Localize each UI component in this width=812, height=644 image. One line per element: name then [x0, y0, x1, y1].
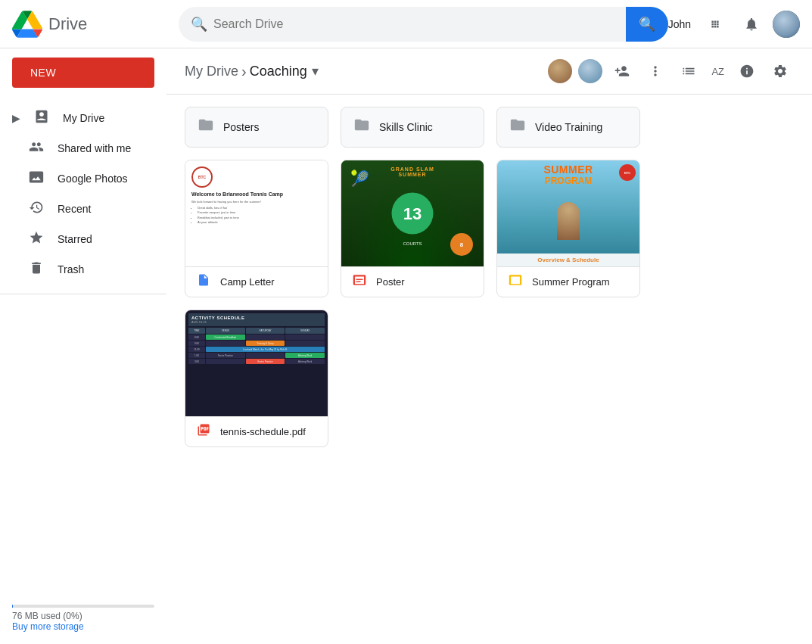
my-drive-icon — [33, 109, 51, 128]
main-content: My Drive › Coaching ▾ — [166, 48, 812, 644]
folders-row: Posters Skills Clinic — [185, 107, 794, 148]
user-name: John — [668, 18, 691, 30]
file-type-icon-doc — [194, 273, 213, 291]
buy-storage-link[interactable]: Buy more storage — [12, 621, 84, 632]
folder-name-video-training: Video Training — [535, 121, 602, 133]
sidebar-item-label-starred: Starred — [58, 233, 92, 245]
file-type-icon-summer — [506, 273, 524, 291]
collaborator-avatar-1[interactable] — [548, 59, 572, 83]
file-type-icon-pdf — [194, 423, 213, 440]
file-poster[interactable]: GRAND SLAM SUMMER 🎾 13 COURTS 8 — [341, 160, 484, 297]
nav-section-main: ▶ My Drive Shared with me — [0, 100, 166, 288]
file-info-summer-program: Summer Program — [497, 266, 639, 297]
header-right: AZ — [548, 58, 794, 85]
folder-skills-clinic[interactable]: Skills Clinic — [341, 107, 484, 148]
folder-name-posters: Posters — [223, 121, 259, 133]
sidebar-item-my-drive[interactable]: ▶ My Drive — [0, 103, 157, 133]
trash-icon — [27, 260, 45, 279]
storage-used-text: 76 MB used (0%) — [12, 611, 154, 621]
file-name-summer-program: Summer Program — [532, 276, 610, 288]
sidebar-divider — [0, 294, 166, 294]
search-bar: 🔍 🔍 — [179, 7, 668, 42]
collaborator-avatar-2[interactable] — [578, 59, 602, 83]
folders-section: Posters Skills Clinic — [185, 107, 794, 148]
sidebar-item-label-my-drive: My Drive — [63, 112, 104, 124]
folder-video-training[interactable]: Video Training — [496, 107, 640, 148]
file-preview-summer-program: SUMMER PROGRAM Overview & Schedule — [497, 160, 639, 266]
file-info-camp-letter: Camp Letter — [185, 266, 328, 297]
storage-info: 76 MB used (0%) Buy more storage — [0, 586, 166, 644]
breadcrumb: My Drive › Coaching ▾ — [185, 63, 548, 80]
search-button[interactable]: 🔍 — [626, 7, 668, 42]
search-submit-icon: 🔍 — [639, 16, 655, 33]
files-section: BTC Welcome to Briarwood Tennis Camp We … — [185, 160, 794, 447]
file-name-poster: Poster — [376, 276, 405, 288]
list-view-button[interactable] — [675, 58, 702, 85]
content-header: My Drive › Coaching ▾ — [166, 48, 812, 95]
apps-grid-button[interactable] — [700, 9, 730, 39]
breadcrumb-my-drive[interactable]: My Drive — [185, 64, 238, 79]
sidebar-item-starred[interactable]: Starred — [0, 224, 157, 254]
file-info-tennis-schedule: tennis-schedule.pdf — [185, 416, 328, 446]
notifications-button[interactable] — [736, 9, 767, 39]
add-person-button[interactable] — [608, 58, 636, 85]
sidebar-item-google-photos[interactable]: Google Photos — [0, 163, 157, 194]
collaborator-avatar-2-img — [578, 59, 602, 83]
settings-button[interactable] — [767, 58, 794, 85]
expand-icon: ▶ — [12, 112, 20, 124]
file-name-tennis-schedule: tennis-schedule.pdf — [220, 426, 306, 437]
google-drive-logo-icon — [12, 11, 42, 38]
breadcrumb-current-folder: Coaching — [250, 64, 307, 79]
breadcrumb-separator-icon: › — [241, 63, 247, 80]
folder-icon — [509, 117, 526, 138]
sidebar-item-label-photos: Google Photos — [58, 173, 128, 185]
file-preview-tennis-schedule: ACTIVITY SCHEDULE AUG 13-21 TIME VENUE S… — [185, 310, 328, 416]
file-name-camp-letter: Camp Letter — [220, 276, 275, 288]
logo-area: Drive — [12, 11, 179, 38]
sidebar-item-label-trash: Trash — [58, 263, 84, 275]
breadcrumb-dropdown-icon[interactable]: ▾ — [312, 63, 319, 79]
photos-icon — [27, 170, 45, 188]
folder-icon — [198, 117, 214, 138]
shared-icon — [27, 139, 45, 158]
folder-icon — [353, 117, 370, 138]
user-avatar[interactable] — [773, 11, 800, 38]
folder-name-skills-clinic: Skills Clinic — [379, 121, 433, 133]
search-icon: 🔍 — [191, 16, 207, 33]
storage-bar — [12, 605, 154, 608]
app-title: Drive — [48, 14, 87, 34]
info-button[interactable] — [733, 58, 761, 85]
app-body: NEW ▶ My Drive Shared with me — [0, 48, 812, 644]
files-row: BTC Welcome to Briarwood Tennis Camp We … — [185, 160, 794, 447]
search-input[interactable] — [213, 17, 626, 31]
sidebar: NEW ▶ My Drive Shared with me — [0, 48, 166, 644]
recent-icon — [27, 200, 45, 219]
folder-posters[interactable]: Posters — [185, 107, 328, 148]
topbar-right: John — [668, 9, 800, 39]
file-tennis-schedule[interactable]: ACTIVITY SCHEDULE AUG 13-21 TIME VENUE S… — [185, 310, 328, 447]
files-grid: Posters Skills Clinic — [166, 95, 812, 471]
file-preview-poster: GRAND SLAM SUMMER 🎾 13 COURTS 8 — [341, 160, 484, 266]
new-button[interactable]: NEW — [12, 58, 154, 88]
file-preview-camp-letter: BTC Welcome to Briarwood Tennis Camp We … — [185, 160, 328, 266]
starred-icon — [27, 230, 45, 249]
file-summer-program[interactable]: SUMMER PROGRAM Overview & Schedule — [496, 160, 640, 297]
sidebar-item-trash[interactable]: Trash — [0, 254, 157, 285]
sidebar-item-recent[interactable]: Recent — [0, 194, 157, 224]
sidebar-item-shared-with-me[interactable]: Shared with me — [0, 133, 157, 163]
sidebar-item-label-recent: Recent — [58, 203, 91, 215]
sidebar-item-label-shared: Shared with me — [58, 142, 131, 154]
file-camp-letter[interactable]: BTC Welcome to Briarwood Tennis Camp We … — [185, 160, 328, 297]
user-avatar-image — [773, 11, 800, 38]
more-options-button[interactable] — [642, 58, 669, 85]
file-info-poster: Poster — [341, 266, 484, 297]
file-type-icon-poster — [350, 273, 369, 291]
collaborator-avatar-1-img — [548, 59, 572, 83]
sort-button[interactable]: AZ — [708, 58, 727, 85]
